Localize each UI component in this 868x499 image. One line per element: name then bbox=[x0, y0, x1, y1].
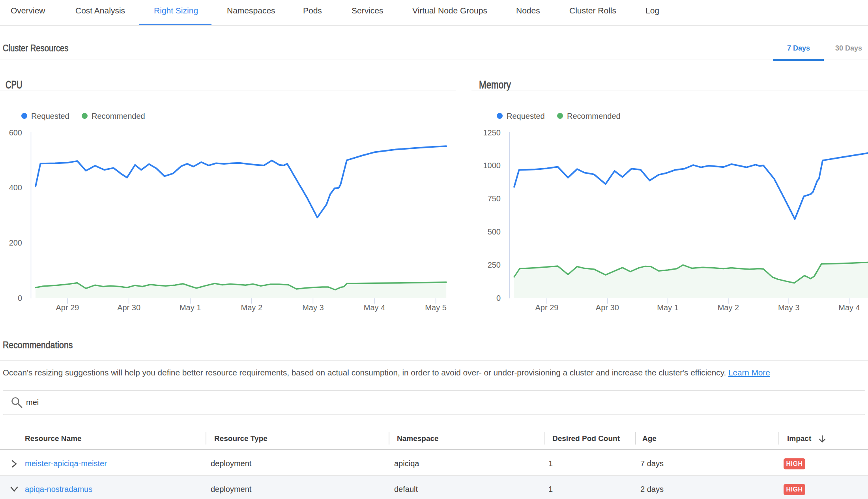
svg-text:750: 750 bbox=[488, 194, 501, 203]
svg-text:May 2: May 2 bbox=[241, 303, 262, 312]
svg-text:May 4: May 4 bbox=[364, 303, 385, 312]
svg-text:250: 250 bbox=[488, 261, 501, 269]
svg-text:0: 0 bbox=[18, 294, 22, 302]
svg-text:Apr 29: Apr 29 bbox=[535, 303, 559, 312]
svg-text:May 2: May 2 bbox=[718, 303, 739, 312]
svg-text:Apr 29: Apr 29 bbox=[56, 303, 79, 312]
svg-text:May 4: May 4 bbox=[838, 303, 860, 312]
svg-text:500: 500 bbox=[488, 227, 501, 236]
svg-text:Apr 30: Apr 30 bbox=[596, 303, 619, 312]
svg-text:May 1: May 1 bbox=[657, 303, 678, 312]
svg-text:May 1: May 1 bbox=[180, 303, 201, 312]
svg-text:400: 400 bbox=[9, 183, 22, 192]
svg-text:May 5: May 5 bbox=[425, 303, 446, 312]
svg-text:0: 0 bbox=[496, 294, 501, 302]
svg-text:May 3: May 3 bbox=[302, 303, 324, 312]
svg-text:1250: 1250 bbox=[483, 128, 501, 137]
svg-text:May 3: May 3 bbox=[778, 303, 799, 312]
svg-text:Apr 30: Apr 30 bbox=[117, 303, 140, 312]
svg-text:200: 200 bbox=[9, 238, 22, 247]
svg-text:1000: 1000 bbox=[483, 161, 501, 170]
svg-text:600: 600 bbox=[9, 128, 22, 137]
